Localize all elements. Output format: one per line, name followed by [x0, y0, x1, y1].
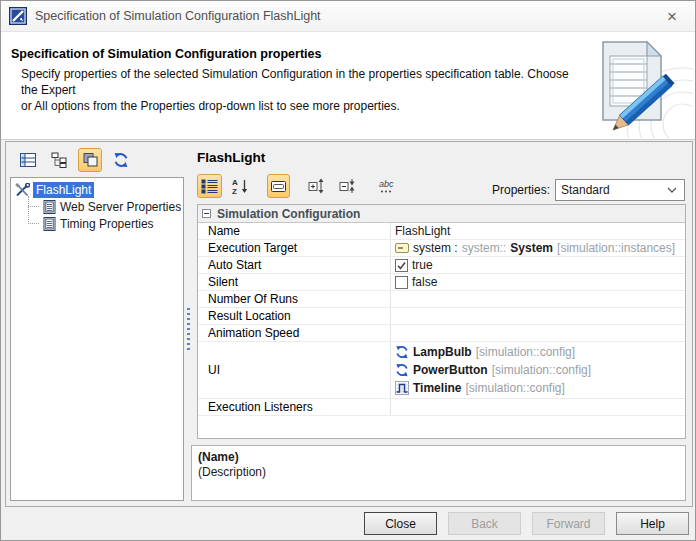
config-refresh-icon [395, 363, 409, 377]
property-label: Number Of Runs [198, 291, 391, 307]
tree-children: Web Server Properties Timing Properties [15, 198, 183, 232]
specification-dialog: Specification of Simulation Configuratio… [0, 0, 696, 541]
property-label: Name [198, 223, 391, 239]
property-rows: NameFlashLightExecution Targetsystem : s… [198, 223, 685, 416]
instance-icon [395, 242, 409, 254]
property-row-result-location[interactable]: Result Location [198, 308, 685, 325]
property-value[interactable]: FlashLight [391, 223, 685, 239]
property-value[interactable] [391, 308, 685, 324]
header-description-line1: Specify properties of the selected Simul… [21, 66, 581, 98]
window-title: Specification of Simulation Configuratio… [35, 9, 321, 23]
chevron-down-icon [667, 187, 677, 193]
property-row-execution-target[interactable]: Execution Targetsystem : system::System … [198, 240, 685, 257]
properties-dropdown-value: Standard [561, 183, 610, 197]
property-value[interactable]: true [391, 257, 685, 273]
tree-item-flashlight[interactable]: FlashLight [15, 181, 183, 198]
property-value[interactable] [391, 399, 685, 415]
checkbox-unchecked[interactable] [395, 276, 408, 289]
property-label: Silent [198, 274, 391, 290]
property-row-ui[interactable]: UILampBulb [simulation::config]PowerButt… [198, 342, 685, 399]
close-icon[interactable]: × [662, 7, 682, 27]
tools-icon [15, 183, 30, 197]
close-button[interactable]: Close [364, 512, 437, 535]
back-button: Back [448, 512, 521, 535]
forward-button: Forward [532, 512, 605, 535]
expand-nodes-button[interactable] [304, 174, 329, 198]
group-view-button[interactable] [78, 148, 102, 172]
properties-toolbar: A Z [197, 174, 402, 198]
categorized-view-button[interactable] [197, 174, 222, 198]
collapse-nodes-button[interactable] [335, 174, 360, 198]
header-description-line2: or All options from the Properties drop-… [21, 98, 581, 114]
tree-item-web-server-properties[interactable]: Web Server Properties [15, 198, 183, 215]
help-button[interactable]: Help [616, 512, 689, 535]
properties-table: Simulation Configuration NameFlashLightE… [197, 204, 686, 439]
property-value[interactable]: system : system::System [simulation::ins… [391, 240, 685, 256]
containment-tree-button[interactable] [47, 148, 71, 172]
property-label: Execution Target [198, 240, 391, 256]
property-value[interactable] [391, 291, 685, 307]
specification-tree[interactable]: FlashLight Web Server Properties Timing … [10, 177, 184, 501]
property-row-execution-listeners[interactable]: Execution Listeners [198, 399, 685, 416]
value-item-timeline[interactable]: Timeline [simulation::config] [395, 380, 565, 397]
description-panel-text: (Description) [198, 465, 679, 480]
properties-doc-icon [43, 217, 56, 231]
svg-text:abc: abc [379, 179, 394, 189]
dialog-button-row: CloseBackForwardHelp [1, 512, 695, 535]
property-row-name[interactable]: NameFlashLight [198, 223, 685, 240]
property-value[interactable]: LampBulb [simulation::config]PowerButton… [391, 342, 685, 398]
property-label: UI [198, 342, 391, 398]
content-area: FlashLight Web Server Properties Timing … [5, 141, 693, 507]
properties-dropdown[interactable]: Standard [555, 179, 685, 201]
property-row-auto-start[interactable]: Auto Starttrue [198, 257, 685, 274]
property-group-header[interactable]: Simulation Configuration [198, 205, 685, 223]
description-panel-name: (Name) [198, 450, 679, 465]
document-pencil-icon [583, 36, 693, 140]
property-label: Auto Start [198, 257, 391, 273]
property-value[interactable]: false [391, 274, 685, 290]
refresh-button[interactable] [109, 148, 133, 172]
panel-splitter-handle[interactable] [187, 308, 190, 350]
property-row-number-of-runs[interactable]: Number Of Runs [198, 291, 685, 308]
property-row-animation-speed[interactable]: Animation Speed [198, 325, 685, 342]
properties-dropdown-label: Properties: [492, 183, 550, 197]
customize-button[interactable]: abc [374, 174, 402, 198]
property-row-silent[interactable]: Silentfalse [198, 274, 685, 291]
element-name-heading: FlashLight [197, 150, 265, 165]
value-item-powerbutton[interactable]: PowerButton [simulation::config] [395, 362, 591, 379]
property-label: Result Location [198, 308, 391, 324]
dialog-header: Specification of Simulation Configuratio… [1, 32, 695, 140]
property-value[interactable] [391, 325, 685, 341]
description-panel: (Name) (Description) [191, 445, 686, 501]
tree-toolbar [16, 148, 133, 172]
tree-item-timing-properties[interactable]: Timing Properties [15, 215, 183, 232]
value-item-lampbulb[interactable]: LampBulb [simulation::config] [395, 344, 575, 361]
element-list-button[interactable] [16, 148, 40, 172]
tree-root-label[interactable]: FlashLight [33, 182, 94, 198]
title-bar[interactable]: Specification of Simulation Configuratio… [1, 1, 695, 32]
config-refresh-icon [395, 345, 409, 359]
magicdraw-logo-icon [9, 7, 27, 25]
timeline-icon [395, 381, 409, 395]
svg-text:Z: Z [232, 187, 237, 195]
property-label: Animation Speed [198, 325, 391, 341]
property-group-label: Simulation Configuration [217, 207, 360, 221]
sort-alphabetically-button[interactable]: A Z [228, 174, 253, 198]
checkbox-checked[interactable] [395, 259, 408, 272]
properties-doc-icon [43, 200, 56, 214]
collapse-group-icon[interactable] [202, 209, 211, 218]
property-label: Execution Listeners [198, 399, 391, 415]
show-description-button[interactable] [267, 174, 290, 198]
